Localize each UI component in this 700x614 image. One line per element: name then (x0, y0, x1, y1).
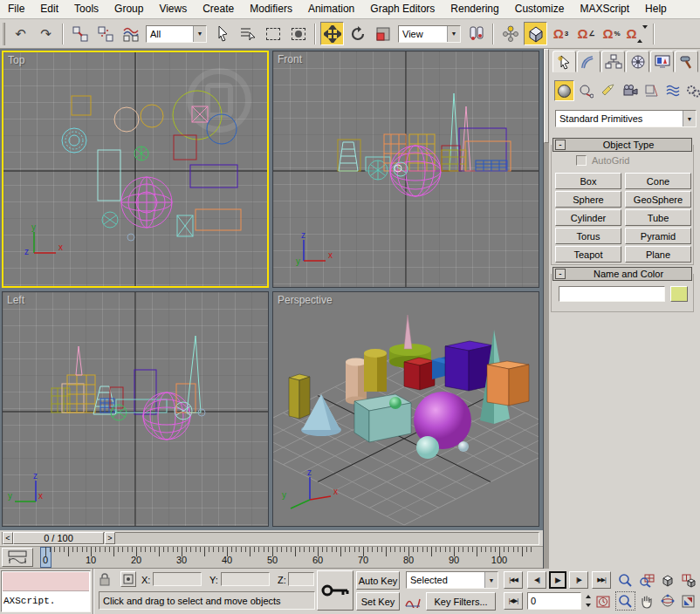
cone-button[interactable]: Cone (625, 173, 691, 189)
zoom-all-button[interactable] (636, 570, 656, 590)
wire-geosphere-green[interactable] (134, 147, 148, 160)
set-key-button[interactable]: Set Key (356, 592, 400, 611)
menu-group[interactable]: Group (106, 0, 151, 18)
shaded-sphere-teal[interactable] (416, 436, 439, 459)
wire-spike-pink[interactable] (76, 346, 82, 375)
category-systems-button[interactable] (683, 80, 700, 101)
select-and-rotate-button[interactable] (346, 22, 369, 45)
geosphere-button[interactable]: GeoSphere (625, 191, 691, 208)
wire-box-blue[interactable] (476, 160, 507, 171)
viewport-front-label[interactable]: Front (278, 53, 302, 65)
chevron-down-icon[interactable]: ▼ (193, 26, 206, 42)
select-by-name-button[interactable] (236, 22, 259, 45)
wire-box-yellow[interactable] (72, 96, 91, 115)
time-slider-prev-button[interactable]: < (3, 532, 13, 544)
select-and-move-button[interactable] (320, 22, 344, 45)
tab-hierarchy[interactable] (601, 51, 625, 72)
wire-pyramid-cyan[interactable] (177, 215, 193, 236)
category-shapes-button[interactable] (576, 80, 596, 101)
play-button[interactable]: ▶ (549, 571, 566, 589)
arc-rotate-button[interactable] (657, 591, 677, 611)
menu-modifiers[interactable]: Modifiers (242, 0, 300, 18)
chevron-down-icon[interactable]: ▼ (484, 572, 498, 588)
key-mode-toggle-button[interactable]: |◀▶| (504, 592, 523, 610)
zoom-extents-all-button[interactable] (678, 570, 698, 590)
object-color-swatch[interactable] (670, 286, 688, 302)
wire-box-orange[interactable] (465, 141, 511, 171)
category-lights-button[interactable] (598, 80, 618, 101)
wire-box-cyan-tall[interactable] (98, 150, 120, 201)
maximize-viewport-toggle[interactable] (678, 591, 698, 611)
menu-customize[interactable]: Customize (507, 0, 573, 18)
select-and-link-button[interactable] (68, 22, 92, 45)
percent-snap-button[interactable]: Ω% (600, 22, 623, 45)
tab-utilities[interactable] (675, 51, 698, 72)
plane-button[interactable]: Plane (625, 246, 691, 263)
auto-key-button[interactable]: Auto Key (356, 571, 400, 590)
x-coord-field[interactable] (153, 572, 202, 586)
wire-box-orange[interactable] (196, 209, 241, 230)
time-slider-next-button[interactable]: > (105, 532, 115, 544)
wire-cylinder-yellow[interactable] (67, 375, 95, 413)
menu-maxscript[interactable]: MAXScript (572, 0, 637, 18)
default-tangent-button[interactable] (403, 592, 422, 611)
shaded-box-orange[interactable] (487, 361, 529, 406)
z-coord-field[interactable] (288, 572, 314, 586)
select-object-button[interactable] (210, 22, 234, 45)
rectangular-selection-region-button[interactable] (261, 22, 285, 45)
wire-sphere-magenta[interactable] (143, 392, 190, 440)
autogrid-checkbox[interactable] (576, 155, 587, 166)
shaded-sphere-small[interactable] (458, 441, 469, 452)
shaded-spike-pink[interactable] (404, 315, 412, 349)
set-keys-button[interactable] (317, 570, 353, 611)
menu-create[interactable]: Create (195, 0, 242, 18)
shaded-box-teal-slab[interactable] (354, 394, 411, 442)
category-helpers-button[interactable] (642, 80, 662, 101)
key-filters-button[interactable]: Key Filters... (426, 592, 496, 611)
time-configuration-button[interactable] (594, 592, 612, 610)
snaps-toggle-button[interactable] (524, 22, 547, 45)
current-frame-field[interactable] (527, 592, 581, 610)
wire-geosphere-teal[interactable] (102, 212, 118, 228)
pan-button[interactable] (636, 591, 656, 611)
key-filter-selection-dropdown[interactable]: Selected ▼ (406, 571, 498, 589)
shaded-cylinder-dark-yellow[interactable] (364, 349, 387, 392)
macro-recorder-pane[interactable] (3, 572, 89, 591)
tab-display[interactable] (650, 51, 674, 72)
goto-start-button[interactable]: |◀◀ (504, 571, 523, 589)
redo-button[interactable]: ↷ (34, 22, 58, 45)
goto-end-button[interactable]: ▶▶| (592, 571, 611, 589)
shaded-box-red[interactable] (404, 358, 435, 390)
wire-cone-cyan[interactable] (339, 142, 358, 171)
pyramid-button[interactable]: Pyramid (625, 228, 691, 244)
wire-cylinder-olive[interactable] (173, 91, 222, 140)
wire-torus-cyan[interactable] (62, 128, 86, 153)
tab-modify[interactable] (577, 51, 600, 72)
viewport-top-label[interactable]: Top (8, 54, 24, 66)
command-panel-scrollbar[interactable] (544, 49, 549, 569)
category-cameras-button[interactable] (620, 80, 640, 101)
frame-spinner[interactable] (583, 592, 593, 610)
viewport-left-label[interactable]: Left (7, 294, 24, 306)
viewport-front[interactable]: z x y Front (272, 51, 539, 288)
menu-graph-editors[interactable]: Graph Editors (362, 0, 443, 18)
wire-spike-cyan[interactable] (450, 93, 459, 171)
time-slider-handle[interactable]: 0 / 100 (13, 532, 104, 544)
bind-to-space-warp-button[interactable] (119, 22, 142, 45)
viewport-left[interactable]: z y x Left (2, 291, 269, 527)
wire-spike-cyan[interactable] (187, 336, 201, 413)
menu-edit[interactable]: Edit (32, 0, 66, 18)
spinner-snap-button[interactable]: Ω (625, 22, 649, 45)
menu-help[interactable]: Help (637, 0, 675, 18)
viewport-perspective[interactable]: z x y Perspective (272, 291, 539, 527)
tube-button[interactable]: Tube (625, 209, 691, 226)
tab-motion[interactable] (626, 51, 649, 72)
viewport-top[interactable]: y x z Top (2, 51, 269, 288)
select-and-manipulate-button[interactable] (498, 22, 522, 45)
listener-pane[interactable]: AXScript. (3, 594, 89, 611)
selection-filter-dropdown[interactable]: All ▼ (146, 25, 207, 43)
absolute-relative-toggle[interactable] (120, 571, 136, 587)
selection-lock-toggle[interactable] (99, 572, 111, 588)
category-geometry-button[interactable] (554, 80, 574, 101)
box-button[interactable]: Box (555, 173, 621, 189)
